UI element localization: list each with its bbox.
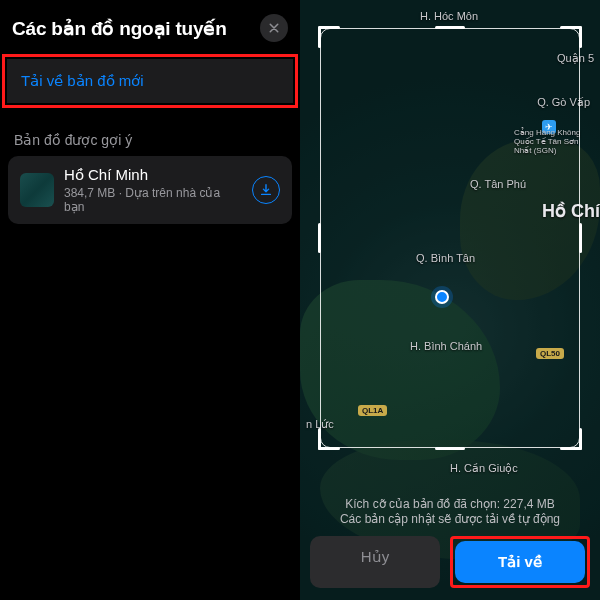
- suggested-map-text: Hồ Chí Minh 384,7 MB · Dựa trên nhà của …: [64, 166, 242, 214]
- close-button[interactable]: [260, 14, 288, 42]
- crop-handle-top[interactable]: [435, 26, 465, 29]
- crop-handle-bottom-right[interactable]: [560, 428, 582, 450]
- download-suggested-button[interactable]: [252, 176, 280, 204]
- suggested-maps-header: Bản đồ được gợi ý: [0, 108, 300, 156]
- crop-handle-left[interactable]: [318, 223, 321, 253]
- download-new-map-item[interactable]: Tải về bản đồ mới: [7, 59, 293, 103]
- map-update-text: Các bản cập nhật sẽ được tải về tự động: [310, 512, 590, 526]
- tutorial-highlight-new-map: Tải về bản đồ mới: [2, 54, 298, 108]
- download-icon: [259, 183, 273, 197]
- crop-handle-bottom-left[interactable]: [318, 428, 340, 450]
- suggested-map-row[interactable]: Hồ Chí Minh 384,7 MB · Dựa trên nhà của …: [8, 156, 292, 224]
- crop-handle-top-left[interactable]: [318, 26, 340, 48]
- sheet-title: Các bản đồ ngoại tuyến: [12, 17, 227, 40]
- map-selection-pane: H. Hóc Môn Quận 5 Q. Gò Vấp ✈ Cảng Hàng …: [300, 0, 600, 600]
- crop-handle-bottom[interactable]: [435, 447, 465, 450]
- sheet-header: Các bản đồ ngoại tuyến: [0, 0, 300, 54]
- offline-maps-sheet: Các bản đồ ngoại tuyến Tải về bản đồ mới…: [0, 0, 300, 600]
- map-size-text: Kích cỡ của bản đồ đã chọn: 227,4 MB: [310, 497, 590, 511]
- map-footer: Kích cỡ của bản đồ đã chọn: 227,4 MB Các…: [300, 487, 600, 600]
- footer-button-row: Hủy Tải về: [310, 536, 590, 588]
- download-button[interactable]: Tải về: [455, 541, 585, 583]
- map-thumbnail: [20, 173, 54, 207]
- crop-handle-top-right[interactable]: [560, 26, 582, 48]
- tutorial-highlight-download: Tải về: [450, 536, 590, 588]
- suggested-map-meta: 384,7 MB · Dựa trên nhà của bạn: [64, 186, 242, 214]
- map-crop-frame[interactable]: [320, 28, 580, 448]
- cancel-button[interactable]: Hủy: [310, 536, 440, 588]
- crop-handle-right[interactable]: [579, 223, 582, 253]
- close-icon: [268, 22, 280, 34]
- suggested-map-name: Hồ Chí Minh: [64, 166, 242, 184]
